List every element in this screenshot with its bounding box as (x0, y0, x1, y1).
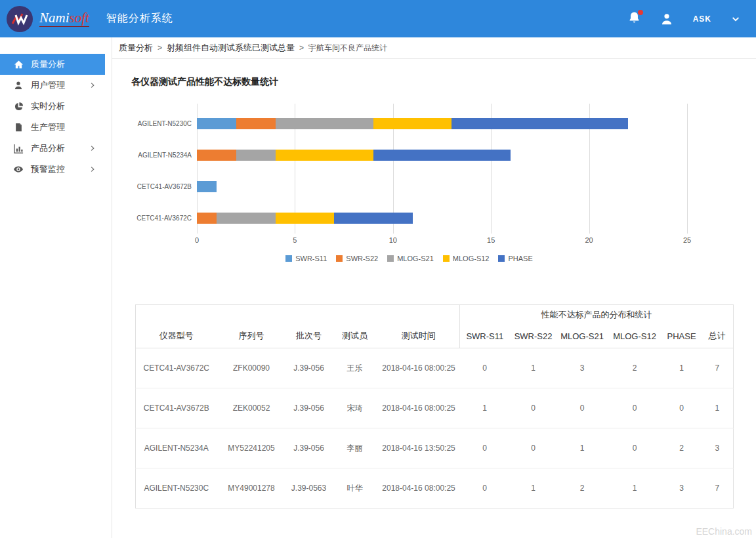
pie-chart-icon (13, 102, 24, 112)
legend-swatch (387, 255, 394, 262)
sidebar-item-production-management[interactable]: 生产管理 (0, 117, 105, 138)
breadcrumb-current: 宇航车间不良产品统计 (308, 43, 387, 54)
bar-segment-MLOG-S21 (217, 213, 276, 224)
legend-item: MLOG-S21 (387, 255, 434, 262)
eye-icon (13, 164, 24, 175)
bar-segment-SWR-S22 (197, 150, 236, 161)
chevron-right-icon (89, 145, 96, 152)
chart-rows: AGILENT-N5230CAGILENT-N5234ACETC41-AV367… (131, 108, 687, 234)
brand-name-white: Nami (39, 10, 70, 26)
table-cell: J.39-0563 (286, 468, 332, 508)
user-menu-dropdown[interactable] (731, 14, 740, 24)
bar-track (197, 181, 687, 192)
bar-segment-PHASE (373, 150, 511, 161)
table-cell: 0 (510, 388, 557, 428)
bar-segment-SWR-S11 (197, 181, 217, 192)
column-header: 仪器型号 (136, 325, 217, 348)
breadcrumb-item[interactable]: 射频组件自动测试系统已测试总量 (167, 42, 295, 54)
table-row: AGILENT-N5234AMY52241205J.39-056李丽2018-0… (136, 428, 734, 468)
user-icon (660, 12, 673, 26)
namisoft-logo-icon (7, 6, 33, 32)
sidebar-item-label: 预警监控 (31, 163, 65, 175)
table-cell: AGILENT-N5230C (136, 468, 217, 508)
table-cell: 1 (557, 428, 608, 468)
bar-segment-MLOG-S12 (276, 213, 335, 224)
table-cell: 7 (702, 348, 734, 388)
category-label: CETC41-AV3672B (131, 183, 197, 190)
table-cell: 0 (608, 428, 662, 468)
chart-row: AGILENT-N5230C (131, 108, 687, 139)
table-cell: 2018-04-16 08:00:25 (378, 468, 460, 508)
table-cell: 0 (510, 428, 557, 468)
breadcrumb-item[interactable]: 质量分析 (119, 42, 153, 54)
table-cell: 李丽 (332, 428, 378, 468)
document-icon (13, 123, 24, 132)
legend-swatch (336, 255, 343, 262)
sidebar-item-product-analysis[interactable]: 产品分析 (0, 138, 105, 159)
column-header: 测试员 (332, 325, 378, 348)
table-row: CETC41-AV3672BZEK00052J.39-056宋琦2018-04-… (136, 388, 734, 428)
table-cell: 7 (702, 468, 734, 508)
legend-item: MLOG-S12 (443, 255, 490, 262)
sidebar: 质量分析 用户管理 实时分析 生产管理 产 (0, 37, 112, 538)
sidebar-item-warning-monitor[interactable]: 预警监控 (0, 159, 105, 180)
table-cell: 1 (510, 468, 557, 508)
column-header: 测试时间 (378, 325, 460, 348)
chevron-down-icon (731, 14, 740, 24)
table-cell: 2 (557, 468, 608, 508)
bar-segment-SWR-S11 (197, 118, 236, 129)
table-cell: 宋琦 (332, 388, 378, 428)
table-cell: 1 (510, 348, 557, 388)
x-tick-label: 5 (293, 236, 297, 244)
table-cell: J.39-056 (286, 428, 332, 468)
bar-track (197, 150, 687, 161)
column-header: 总计 (702, 325, 734, 348)
bar-track (197, 118, 687, 129)
column-header: 批次号 (286, 325, 332, 348)
legend-item: SWR-S11 (285, 255, 327, 262)
table-cell: 叶华 (332, 468, 378, 508)
bar-segment-MLOG-S12 (276, 150, 373, 161)
table-cell: 2 (662, 428, 702, 468)
content-area: 质量分析 > 射频组件自动测试系统已测试总量 > 宇航车间不良产品统计 各仪器测… (112, 37, 756, 538)
notification-bell-button[interactable] (628, 11, 640, 26)
brand-name-red: soft (70, 10, 89, 26)
bar-chart-icon (13, 144, 24, 154)
x-tick-label: 15 (487, 236, 495, 244)
table-cell: 1 (460, 388, 510, 428)
table-cell: J.39-056 (286, 388, 332, 428)
table-header-spacer (136, 305, 460, 325)
table-cell: 0 (460, 428, 510, 468)
bar-segment-PHASE (452, 118, 628, 129)
table-cell: 2018-04-16 08:00:25 (378, 388, 460, 428)
table-cell: ZFK00090 (217, 348, 286, 388)
category-label: AGILENT-N5234A (131, 152, 197, 159)
bar-segment-PHASE (334, 213, 413, 224)
legend-label: SWR-S22 (346, 255, 378, 262)
legend-item: SWR-S22 (336, 255, 378, 262)
bar-segment-SWR-S22 (236, 118, 276, 129)
table-cell: 0 (460, 348, 510, 388)
table-cell: 0 (662, 388, 702, 428)
sidebar-item-realtime-analysis[interactable]: 实时分析 (0, 96, 105, 117)
sidebar-item-user-management[interactable]: 用户管理 (0, 75, 105, 96)
sidebar-item-label: 质量分析 (31, 58, 65, 70)
username-label[interactable]: ASK (693, 14, 711, 24)
sidebar-item-quality-analysis[interactable]: 质量分析 (0, 54, 105, 75)
sidebar-item-label: 用户管理 (31, 79, 65, 91)
top-bar-actions: ASK (628, 11, 740, 26)
stacked-bar-chart: AGILENT-N5230CAGILENT-N5234ACETC41-AV367… (131, 108, 687, 262)
legend-label: MLOG-S21 (397, 255, 434, 262)
chart-row: CETC41-AV3672B (131, 171, 687, 202)
table-cell: 3 (557, 348, 608, 388)
watermark: EEChina.com (696, 526, 752, 537)
table-cell: AGILENT-N5234A (136, 428, 217, 468)
brand-logo[interactable]: Namisoft 智能分析系统 (7, 6, 173, 32)
x-tick-label: 0 (195, 236, 199, 244)
sidebar-item-label: 实时分析 (31, 100, 65, 112)
legend-swatch (285, 255, 292, 262)
chart-x-axis: 0510152025 (197, 236, 687, 245)
user-avatar-button[interactable] (660, 12, 673, 26)
column-header: MLOG-S21 (557, 325, 608, 348)
legend-label: MLOG-S12 (453, 255, 490, 262)
